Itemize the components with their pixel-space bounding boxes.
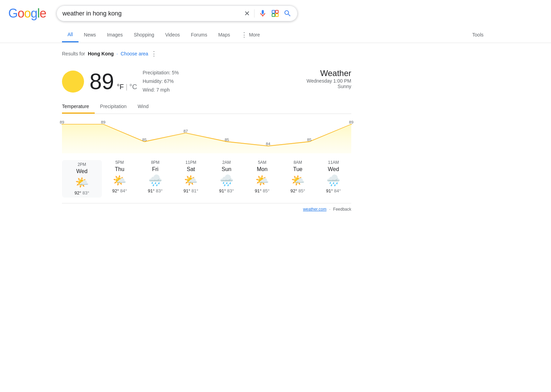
logo-o2: o	[24, 6, 31, 21]
fahrenheit-unit[interactable]: °F	[117, 83, 124, 91]
tab-forums[interactable]: Forums	[185, 28, 212, 42]
weather-tabs: Temperature Precipitation Wind	[62, 100, 351, 114]
weather-card: 89 °F | °C Precipitation: 5% Humidity: 6…	[62, 63, 351, 217]
google-logo: Google	[8, 6, 46, 21]
weather-details: Precipitation: 5% Humidity: 67% Wind: 7 …	[143, 68, 179, 95]
forecast-time-4: 2AM	[222, 160, 231, 165]
tab-all[interactable]: All	[62, 28, 79, 42]
unit-divider: |	[126, 83, 127, 91]
search-nav: All News Images Shopping Videos Forums M…	[0, 27, 551, 43]
forecast-temps-6: 92° 85°	[290, 188, 305, 193]
tab-temperature[interactable]: Temperature	[62, 100, 95, 114]
search-bar: weather in hong kong ✕	[56, 6, 298, 21]
forecast-day-1: Thu	[115, 166, 124, 172]
clear-search-icon[interactable]: ✕	[244, 9, 250, 18]
svg-text:89: 89	[60, 120, 64, 124]
forecast-time-3: 11PM	[186, 160, 196, 165]
image-search-icon[interactable]	[271, 9, 279, 18]
tab-shopping[interactable]: Shopping	[128, 28, 160, 42]
svg-text:84: 84	[266, 142, 270, 146]
search-input[interactable]: weather in hong kong	[62, 10, 241, 17]
forecast-thu[interactable]: 5PM Thu 🌤️ 92° 84°	[102, 160, 138, 198]
tab-news[interactable]: News	[79, 28, 102, 42]
forecast-day-6: Tue	[293, 166, 302, 172]
tab-maps[interactable]: Maps	[213, 28, 236, 42]
humidity-detail: Humidity: 67%	[143, 77, 179, 86]
svg-rect-3	[276, 14, 278, 17]
forecast-time-5: 5AM	[258, 160, 267, 165]
results-for-text: Results for	[62, 51, 85, 56]
precipitation-detail: Precipitation: 5%	[143, 68, 179, 77]
svg-text:85: 85	[225, 137, 229, 141]
temperature-chart-wrapper: 89 89 85 87 85 84 85 89	[62, 121, 351, 155]
svg-text:85: 85	[307, 137, 312, 141]
logo-o1: o	[18, 6, 24, 21]
forecast-temps-2: 91° 83°	[148, 188, 163, 193]
search-submit-icon[interactable]	[283, 9, 292, 18]
forecast-tue[interactable]: 8AM Tue 🌤️ 92° 85°	[280, 160, 316, 198]
forecast-temps-4: 91° 83°	[219, 188, 234, 193]
forecast-wed-next[interactable]: 11AM Wed 🌧️ 91° 84°	[316, 160, 352, 198]
results-header: Results for Hong Kong · Choose area ⋮	[62, 50, 351, 57]
forecast-icon-0: 🌤️	[75, 176, 89, 189]
tab-wind[interactable]: Wind	[132, 100, 154, 114]
tab-images[interactable]: Images	[102, 28, 128, 42]
search-icon-group: ✕	[244, 9, 292, 18]
weather-source-link[interactable]: weather.com	[303, 207, 326, 212]
logo-g2: g	[31, 6, 37, 21]
svg-text:89: 89	[101, 120, 105, 124]
logo-l: l	[37, 6, 40, 21]
tab-videos[interactable]: Videos	[160, 28, 186, 42]
svg-text:85: 85	[142, 137, 147, 141]
forecast-icon-7: 🌧️	[326, 174, 340, 187]
weather-right-section: Weather Wednesday 1:00 PM Sunny	[306, 68, 351, 89]
forecast-sun[interactable]: 2AM Sun 🌧️ 91° 83°	[209, 160, 245, 198]
tab-precipitation[interactable]: Precipitation	[95, 100, 132, 114]
footer-dot: ·	[329, 207, 330, 212]
forecast-time-2: 8PM	[151, 160, 159, 165]
forecast-day-4: Sun	[222, 166, 231, 172]
header: Google weather in hong kong ✕	[0, 0, 551, 27]
forecast-temps-1: 92° 84°	[112, 188, 127, 193]
wind-detail: Wind: 7 mph	[143, 86, 179, 94]
temperature-display: 89	[90, 71, 114, 93]
forecast-temps-5: 91° 85°	[255, 188, 270, 193]
forecast-fri[interactable]: 8PM Fri 🌧️ 91° 83°	[137, 160, 173, 198]
forecast-day-7: Wed	[328, 166, 339, 172]
weather-datetime: Wednesday 1:00 PM	[306, 78, 351, 84]
location-text: Hong Kong	[88, 51, 114, 56]
forecast-icon-5: 🌤️	[255, 174, 269, 187]
forecast-temps-7: 91° 84°	[326, 188, 341, 193]
forecast-time-0: 2PM	[77, 162, 86, 167]
svg-rect-0	[272, 10, 275, 13]
weather-left-section: 89 °F | °C Precipitation: 5% Humidity: 6…	[62, 68, 301, 95]
forecast-day-5: Mon	[257, 166, 268, 172]
feedback-link[interactable]: Feedback	[333, 207, 351, 212]
dot-separator: ·	[116, 51, 118, 56]
svg-rect-2	[272, 14, 275, 17]
forecast-mon[interactable]: 5AM Mon 🌤️ 91° 85°	[245, 160, 280, 198]
forecast-icon-6: 🌤️	[291, 174, 305, 187]
svg-rect-1	[276, 10, 278, 13]
voice-search-icon[interactable]	[259, 9, 267, 18]
forecast-day-0: Wed	[76, 168, 87, 174]
temperature-chart: 89 89 85 87 85 84 85 89	[62, 121, 351, 153]
forecast-day-3: Sat	[187, 166, 195, 172]
unit-toggle[interactable]: °F | °C	[117, 83, 137, 91]
forecast-temps-0: 92° 83°	[74, 190, 89, 195]
forecast-icon-3: 🌤️	[184, 174, 198, 187]
choose-area-link[interactable]: Choose area	[121, 51, 148, 56]
tools-button[interactable]: Tools	[467, 28, 489, 42]
weather-condition: Sunny	[306, 84, 351, 89]
forecast-row: 2PM Wed 🌤️ 92° 83° 5PM Thu 🌤️ 92° 84° 8P…	[62, 160, 351, 198]
forecast-time-7: 11AM	[328, 160, 339, 165]
weather-main-row: 89 °F | °C Precipitation: 5% Humidity: 6…	[62, 68, 351, 95]
svg-text:89: 89	[349, 120, 354, 124]
tab-more[interactable]: ⋮ More	[236, 27, 266, 43]
forecast-icon-2: 🌧️	[148, 174, 162, 187]
forecast-sat[interactable]: 11PM Sat 🌤️ 91° 81°	[173, 160, 209, 198]
forecast-wed[interactable]: 2PM Wed 🌤️ 92° 83°	[62, 160, 102, 198]
more-options-icon[interactable]: ⋮	[151, 50, 157, 57]
celsius-unit[interactable]: °C	[129, 83, 137, 91]
sunny-icon	[62, 71, 84, 93]
